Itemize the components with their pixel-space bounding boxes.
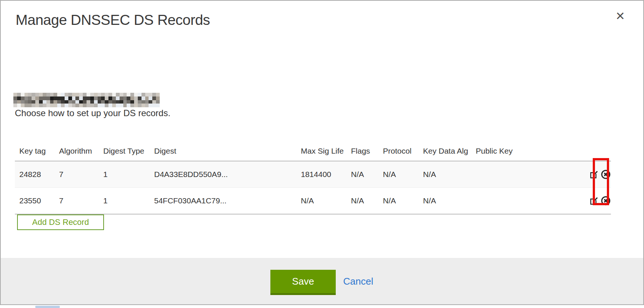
cell-flags: N/A	[347, 161, 378, 188]
column-header-digest: Digest	[150, 136, 296, 161]
column-header-protocol: Protocol	[378, 136, 419, 161]
cell-key-tag: 23550	[15, 188, 55, 214]
cell-max-sig-life: N/A	[296, 188, 347, 214]
cell-max-sig-life: 1814400	[296, 161, 347, 188]
cell-flags: N/A	[347, 188, 378, 214]
redacted-domain-name	[13, 93, 160, 107]
dialog-footer: Save Cancel	[1, 258, 643, 304]
circle-x-icon	[601, 169, 611, 180]
background-page-artifact	[35, 306, 60, 308]
column-header-max-sig-life: Max Sig Life	[296, 136, 347, 161]
column-header-public-key: Public Key	[471, 136, 597, 161]
table-row: 2482871D4A33E8DD550A9...1814400N/AN/AN/A	[15, 161, 611, 188]
cancel-link[interactable]: Cancel	[343, 270, 373, 293]
column-header-flags: Flags	[347, 136, 378, 161]
ds-records-table: Key tagAlgorithmDigest TypeDigestMax Sig…	[15, 136, 611, 214]
column-header-digest-type: Digest Type	[99, 136, 150, 161]
cell-digest: 54FCF030AA1C79...	[150, 188, 296, 214]
cell-actions	[597, 188, 611, 214]
circle-x-icon	[601, 196, 611, 206]
cell-algorithm: 7	[55, 161, 99, 188]
table-header: Key tagAlgorithmDigest TypeDigestMax Sig…	[15, 136, 611, 161]
edit-record-button[interactable]	[589, 169, 599, 180]
cell-actions	[597, 161, 611, 188]
pencil-square-icon	[589, 170, 599, 179]
cell-public-key	[471, 188, 597, 214]
save-button[interactable]: Save	[270, 270, 336, 295]
cell-key-tag: 24828	[15, 161, 55, 188]
delete-record-button[interactable]	[601, 169, 611, 180]
cell-digest-type: 1	[99, 161, 150, 188]
cell-algorithm: 7	[55, 188, 99, 214]
table-row: 235507154FCF030AA1C79...N/AN/AN/AN/A	[15, 188, 611, 214]
instruction-text: Choose how to set up your DS records.	[15, 108, 170, 118]
dialog-title: Manage DNSSEC DS Records	[16, 12, 210, 28]
delete-record-button[interactable]	[601, 196, 611, 206]
column-header-key-data-alg: Key Data Alg	[419, 136, 471, 161]
pencil-square-icon	[589, 196, 599, 206]
column-header-actions	[597, 136, 611, 161]
cell-protocol: N/A	[378, 188, 419, 214]
cell-key-data-alg: N/A	[419, 188, 471, 214]
cell-protocol: N/A	[378, 161, 419, 188]
column-header-key-tag: Key tag	[15, 136, 55, 161]
cell-public-key	[471, 161, 597, 188]
column-header-algorithm: Algorithm	[55, 136, 99, 161]
cell-digest: D4A33E8DD550A9...	[150, 161, 296, 188]
cell-key-data-alg: N/A	[419, 161, 471, 188]
edit-record-button[interactable]	[589, 196, 599, 206]
cell-digest-type: 1	[99, 188, 150, 214]
manage-dnssec-dialog: Manage DNSSEC DS Records ✕ Choose how to…	[0, 0, 644, 305]
add-ds-record-button[interactable]: Add DS Record	[17, 214, 104, 230]
close-icon[interactable]: ✕	[613, 9, 628, 24]
